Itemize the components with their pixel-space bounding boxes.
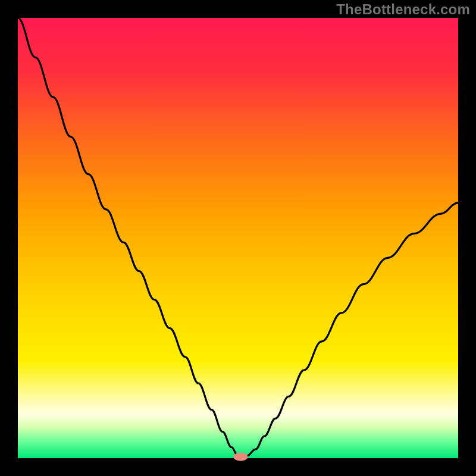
optimal-marker — [233, 453, 248, 461]
chart-svg — [0, 0, 476, 476]
chart-container: { "watermark": "TheBottleneck.com", "gra… — [0, 0, 476, 476]
plot-background — [18, 18, 458, 458]
watermark-text: TheBottleneck.com — [336, 1, 470, 18]
